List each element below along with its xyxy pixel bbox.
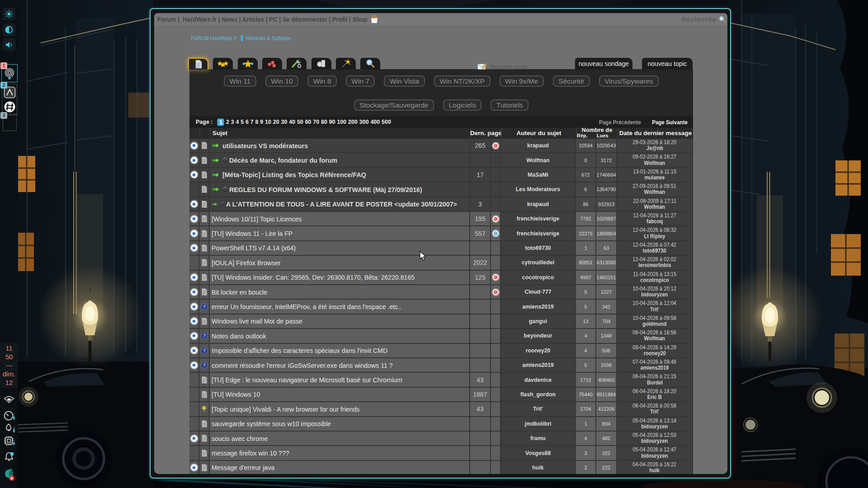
svg-text:?: ? bbox=[203, 348, 206, 353]
svg-text:?: ? bbox=[203, 304, 206, 310]
svg-text:?: ? bbox=[203, 362, 206, 368]
svg-text:?: ? bbox=[203, 333, 206, 338]
